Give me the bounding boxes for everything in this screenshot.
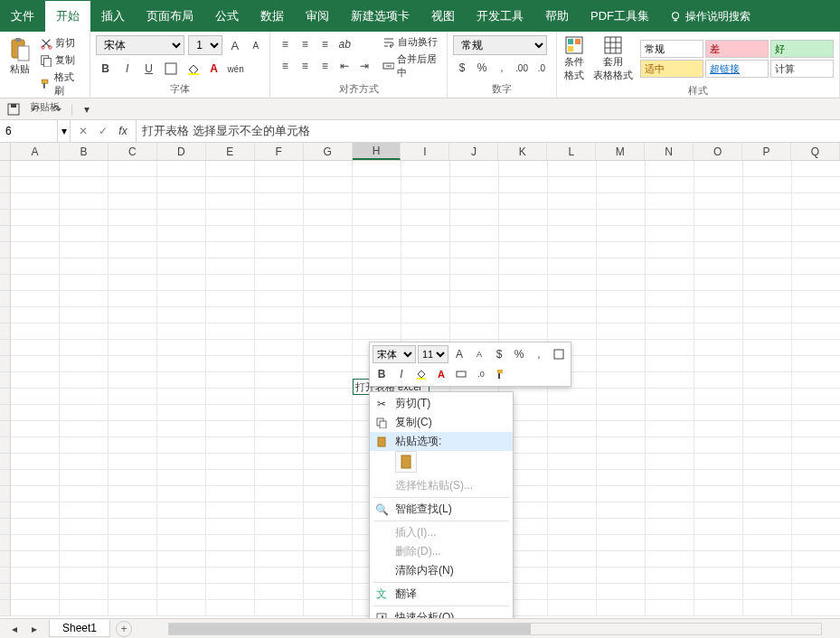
cell[interactable] [206, 177, 255, 193]
cell[interactable] [646, 356, 694, 372]
cell[interactable] [743, 258, 792, 275]
mini-merge[interactable] [452, 365, 470, 383]
cell[interactable] [109, 275, 157, 291]
cell[interactable] [597, 356, 646, 372]
cell[interactable] [646, 535, 694, 551]
row-header[interactable] [0, 372, 11, 389]
cell[interactable] [304, 502, 353, 519]
cell[interactable] [401, 275, 450, 291]
cell[interactable] [743, 584, 792, 600]
cell[interactable] [548, 568, 597, 584]
tab-view[interactable]: 视图 [420, 1, 466, 32]
tab-insert[interactable]: 插入 [90, 1, 136, 32]
cell[interactable] [157, 275, 206, 291]
col-header[interactable]: B [60, 143, 109, 160]
cell[interactable] [792, 275, 840, 291]
cell[interactable] [597, 535, 646, 551]
cell[interactable] [109, 502, 157, 519]
cell[interactable] [11, 340, 60, 356]
cell[interactable] [499, 242, 548, 258]
cell[interactable] [206, 242, 255, 258]
row-header[interactable] [0, 161, 11, 177]
cell[interactable] [304, 600, 353, 616]
tell-me-search[interactable]: 操作说明搜索 [669, 9, 750, 32]
cell[interactable] [304, 161, 353, 177]
cell[interactable] [499, 324, 548, 340]
cell[interactable] [694, 324, 743, 340]
row-header[interactable] [0, 600, 11, 616]
cell[interactable] [353, 275, 401, 291]
row-header[interactable] [0, 437, 11, 454]
cell[interactable] [60, 242, 109, 258]
cell[interactable] [548, 226, 597, 242]
cell[interactable] [450, 242, 499, 258]
cell[interactable] [548, 258, 597, 275]
col-header[interactable]: I [401, 143, 449, 160]
redo-button[interactable]: ↷ [49, 101, 65, 117]
cell[interactable] [11, 307, 60, 324]
cut-button[interactable]: 剪切 [38, 35, 84, 51]
col-header[interactable]: O [694, 143, 742, 160]
cell[interactable] [792, 551, 840, 568]
style-hyperlink[interactable]: 超链接 [705, 60, 769, 78]
cell[interactable] [206, 372, 255, 389]
cell[interactable] [157, 356, 206, 372]
cell[interactable] [255, 161, 304, 177]
cell[interactable] [499, 210, 548, 226]
ctx-paste-options[interactable]: 粘贴选项: [370, 432, 513, 451]
cell[interactable] [109, 210, 157, 226]
cell[interactable] [206, 502, 255, 519]
cell[interactable] [743, 372, 792, 389]
cell[interactable] [694, 584, 743, 600]
cell[interactable] [353, 258, 401, 275]
wrap-text-button[interactable]: 自动换行 [382, 35, 441, 49]
cell[interactable] [499, 275, 548, 291]
col-header[interactable]: N [645, 143, 694, 160]
cell[interactable] [304, 437, 353, 454]
cell[interactable] [597, 568, 646, 584]
cell[interactable] [646, 502, 694, 519]
cell[interactable] [255, 568, 304, 584]
cell[interactable] [646, 258, 694, 275]
cell[interactable] [792, 437, 840, 454]
cell[interactable] [60, 470, 109, 486]
cell[interactable] [11, 551, 60, 568]
enter-formula-button[interactable]: ✓ [94, 122, 112, 140]
cell[interactable] [792, 584, 840, 600]
cell[interactable] [597, 551, 646, 568]
cell[interactable] [157, 421, 206, 437]
cell[interactable] [206, 405, 255, 421]
cell[interactable] [60, 372, 109, 389]
tab-data[interactable]: 数据 [250, 1, 295, 32]
row-header[interactable] [0, 177, 11, 193]
italic-button[interactable]: I [118, 59, 137, 79]
cell[interactable] [255, 324, 304, 340]
cell[interactable] [255, 291, 304, 307]
cell[interactable] [11, 405, 60, 421]
cell[interactable] [548, 275, 597, 291]
cell[interactable] [109, 519, 157, 535]
phonetic-button[interactable]: wén [226, 59, 246, 79]
mini-decrease-font[interactable]: A [470, 345, 488, 363]
cell[interactable] [60, 486, 109, 502]
cell[interactable] [694, 258, 743, 275]
ctx-clear-contents[interactable]: 清除内容(N) [370, 561, 513, 580]
mini-accounting[interactable]: $ [490, 345, 508, 363]
cell[interactable] [157, 519, 206, 535]
cell[interactable] [11, 486, 60, 502]
row-header[interactable] [0, 584, 11, 600]
cell[interactable] [743, 405, 792, 421]
copy-button[interactable]: 复制 [38, 52, 84, 68]
cell[interactable] [646, 584, 694, 600]
sheet-nav-prev[interactable]: ◂ [5, 620, 24, 638]
align-right-button[interactable]: ≡ [316, 57, 334, 75]
cell[interactable] [597, 291, 646, 307]
cell[interactable] [109, 454, 157, 470]
cell[interactable] [792, 161, 840, 177]
cell[interactable] [206, 535, 255, 551]
cell[interactable] [60, 551, 109, 568]
paste-option-default[interactable] [395, 451, 417, 473]
style-neutral[interactable]: 适中 [640, 60, 703, 78]
cell[interactable] [694, 470, 743, 486]
cell[interactable] [304, 551, 353, 568]
